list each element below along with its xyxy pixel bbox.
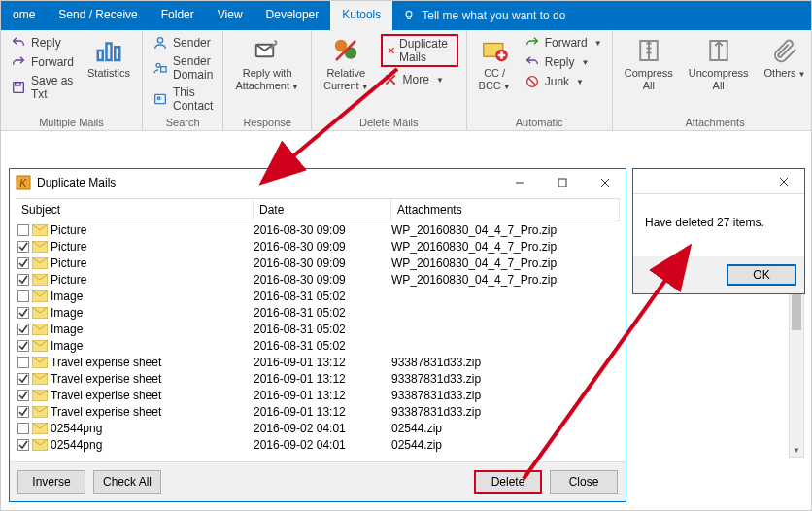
close-window-button[interactable] <box>587 171 624 194</box>
group-response-label: Response <box>231 115 303 130</box>
checkbox-icon[interactable] <box>17 373 29 385</box>
reply-button[interactable]: Reply <box>9 34 76 51</box>
checkbox-icon[interactable] <box>17 390 29 401</box>
reply-with-attachment-button[interactable]: Reply withAttachment▼ <box>231 34 303 115</box>
group-multiple-mails: Reply Forward Save as Txt Statistics Mul… <box>1 30 143 130</box>
svg-rect-8 <box>161 67 166 72</box>
save-txt-label: Save as Txt <box>31 74 74 101</box>
rows-list[interactable]: Picture2016-08-30 09:09WP_20160830_04_4_… <box>16 221 620 461</box>
checkbox-icon[interactable] <box>17 423 29 434</box>
envelope-icon <box>32 290 48 302</box>
uncompress-all-button[interactable]: UncompressAll <box>685 34 753 115</box>
table-row[interactable]: Picture2016-08-30 09:09WP_20160830_04_4_… <box>16 271 620 288</box>
msg-close-button[interactable] <box>765 170 802 193</box>
envelope-icon <box>32 373 48 385</box>
tab-folder[interactable]: Folder <box>150 1 206 30</box>
svg-rect-21 <box>558 179 566 187</box>
junk-button[interactable]: Junk▼ <box>523 73 604 90</box>
auto-reply-button[interactable]: Reply▼ <box>523 53 604 71</box>
group-auto-label: Automatic <box>475 115 604 130</box>
group-attach-label: Attachments <box>621 115 810 130</box>
checkbox-icon[interactable] <box>17 406 29 418</box>
checkbox-icon[interactable] <box>17 340 29 352</box>
tab-kutools[interactable]: Kutools <box>330 1 392 30</box>
paperclip-icon <box>770 36 799 65</box>
tab-home[interactable]: ome <box>1 1 47 30</box>
app-icon: K <box>16 175 31 190</box>
auto-forward-label: Forward <box>545 36 588 50</box>
close-button[interactable]: Close <box>550 470 618 494</box>
table-row[interactable]: 02544png2016-09-02 04:0102544.zip <box>16 436 620 453</box>
forward-button[interactable]: Forward <box>9 53 76 71</box>
table-row[interactable]: 02544png2016-09-02 04:0102544.zip <box>16 420 620 436</box>
reply-with-label: Reply with <box>243 67 292 79</box>
others-button[interactable]: Others▼ <box>761 34 810 115</box>
row-attachment: 02544.zip <box>391 438 620 452</box>
more-button[interactable]: More▼ <box>381 71 458 88</box>
tab-view[interactable]: View <box>206 1 254 30</box>
this-contact-label: This Contact <box>173 85 213 113</box>
row-date: 2016-08-30 09:09 <box>254 223 391 237</box>
row-attachment: WP_20160830_04_4_7_Pro.zip <box>391 223 620 237</box>
header-subject[interactable]: Subject <box>16 199 254 221</box>
check-all-button[interactable]: Check All <box>93 470 161 494</box>
tab-developer[interactable]: Developer <box>254 1 331 30</box>
table-row[interactable]: Travel experise sheet2016-09-01 13:12933… <box>16 403 620 420</box>
ok-button[interactable]: OK <box>727 264 796 286</box>
statistics-button[interactable]: Statistics <box>84 34 134 115</box>
checkbox-icon[interactable] <box>17 439 29 451</box>
table-row[interactable]: Image2016-08-31 05:02 <box>16 288 620 304</box>
uncompress-label: Uncompress <box>689 67 749 79</box>
save-as-txt-button[interactable]: Save as Txt <box>9 73 76 102</box>
header-date[interactable]: Date <box>254 199 391 221</box>
tell-me-search[interactable]: Tell me what you want to do <box>392 1 565 30</box>
table-row[interactable]: Image2016-08-31 05:02 <box>16 321 620 337</box>
group-search-label: Search <box>151 115 215 130</box>
cc-bcc-button[interactable]: CC /BCC▼ <box>475 34 515 115</box>
inverse-button[interactable]: Inverse <box>17 470 85 494</box>
tell-me-label: Tell me what you want to do <box>422 9 565 22</box>
checkbox-icon[interactable] <box>17 307 29 319</box>
delete-button[interactable]: Delete <box>474 470 542 494</box>
compress-all-button[interactable]: CompressAll <box>621 34 677 115</box>
group-delete-label: Delete Mails <box>320 115 458 130</box>
duplicate-mails-button[interactable]: Duplicate Mails <box>381 34 458 67</box>
scroll-down-icon[interactable]: ▼ <box>790 443 803 457</box>
group-automatic: CC /BCC▼ Forward▼ Reply▼ Junk▼ Automatic <box>467 30 613 130</box>
minimize-button[interactable] <box>501 171 538 194</box>
chevron-down-icon: ▼ <box>576 78 584 86</box>
chevron-down-icon: ▼ <box>594 39 602 48</box>
table-row[interactable]: Travel experise sheet2016-09-01 13:12933… <box>16 387 620 403</box>
checkbox-icon[interactable] <box>17 241 29 253</box>
table-row[interactable]: Picture2016-08-30 09:09WP_20160830_04_4_… <box>16 238 620 255</box>
close-icon <box>779 177 789 187</box>
header-attachments[interactable]: Attachments <box>391 199 620 221</box>
checkbox-icon[interactable] <box>17 357 29 368</box>
junk-icon <box>524 74 540 89</box>
row-subject: Image <box>51 323 83 336</box>
svg-rect-3 <box>98 51 103 60</box>
maximize-button[interactable] <box>544 171 581 194</box>
table-row[interactable]: Travel experise sheet2016-09-01 13:12933… <box>16 370 620 387</box>
table-row[interactable]: Picture2016-08-30 09:09WP_20160830_04_4_… <box>16 255 620 271</box>
tab-send-receive[interactable]: Send / Receive <box>47 1 149 30</box>
sender-domain-button[interactable]: Sender Domain <box>151 53 215 83</box>
table-row[interactable]: Image2016-08-31 05:02 <box>16 304 620 321</box>
checkbox-icon[interactable] <box>17 224 29 236</box>
table-row[interactable]: Image2016-08-31 05:02 <box>16 337 620 354</box>
dialog-title: Duplicate Mails <box>37 176 116 189</box>
table-row[interactable]: Picture2016-08-30 09:09WP_20160830_04_4_… <box>16 221 620 238</box>
relative-current-button[interactable]: RelativeCurrent▼ <box>320 34 373 115</box>
checkbox-icon[interactable] <box>17 290 29 302</box>
table-row[interactable]: Travel experise sheet2016-09-01 13:12933… <box>16 354 620 370</box>
reply-icon <box>11 35 26 51</box>
checkbox-icon[interactable] <box>17 274 29 286</box>
relative-icon <box>331 36 360 65</box>
checkbox-icon[interactable] <box>17 257 29 269</box>
checkbox-icon[interactable] <box>17 324 29 335</box>
envelope-icon <box>32 390 48 401</box>
svg-rect-22 <box>18 224 29 235</box>
sender-button[interactable]: Sender <box>151 34 215 51</box>
this-contact-button[interactable]: This Contact <box>151 85 215 114</box>
auto-forward-button[interactable]: Forward▼ <box>523 34 604 51</box>
